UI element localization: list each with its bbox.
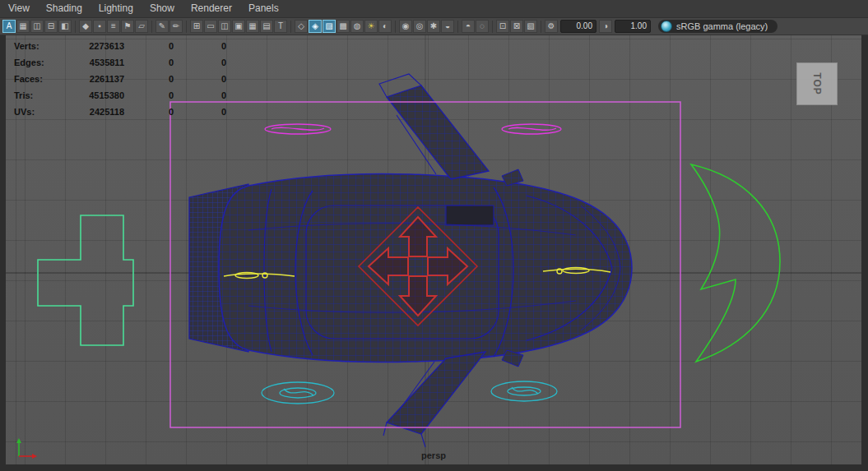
toolbar-separator — [541, 21, 541, 33]
toolbar-separator — [492, 21, 493, 33]
menu-show[interactable]: Show — [142, 0, 183, 17]
hud-value: 0 — [124, 104, 174, 120]
grease-pencil-icon[interactable]: ✎ — [155, 20, 169, 33]
ambient-occlusion-icon[interactable]: ◉ — [399, 20, 412, 33]
hud-label: Faces: — [14, 71, 62, 87]
panel-toolbar: A ▦ ◫ ⊟ ◧ ◆ ▪ ≡ ⚑ ▱ ✎ ✏ ⊞ ▭ ◫ ▣ ▦ ▤ T ◇ … — [0, 18, 868, 35]
scribble-curve-right[interactable] — [502, 124, 561, 134]
maya-viewport-panel: View Shading Lighting Show Renderer Pane… — [0, 0, 868, 471]
camera-select-icon[interactable]: ◆ — [79, 20, 92, 33]
car-mesh[interactable] — [189, 169, 632, 367]
menu-lighting[interactable]: Lighting — [91, 0, 142, 17]
open-door-top[interactable] — [379, 74, 489, 179]
toolbar-separator — [395, 21, 396, 33]
toolbar-separator — [457, 21, 458, 33]
view-axis-label: TOP — [811, 72, 823, 95]
panel-menubar: View Shading Lighting Show Renderer Pane… — [0, 0, 868, 18]
bookmark-icon[interactable]: ⚑ — [121, 20, 134, 33]
hud-value: 2273613 — [62, 38, 124, 54]
duplicate-view-icon[interactable]: ⊠ — [510, 20, 523, 33]
view-axis-top-box[interactable]: TOP — [796, 62, 838, 105]
scribble-curve-left[interactable] — [265, 124, 331, 134]
color-management-icon — [661, 21, 672, 32]
hud-label: UVs: — [14, 104, 62, 120]
hud-poly-count: Verts: 2273613 0 0 Edges: 4535811 0 0 Fa… — [14, 38, 226, 120]
hud-value: 0 — [124, 54, 174, 71]
viewport-border: Verts: 2273613 0 0 Edges: 4535811 0 0 Fa… — [0, 35, 868, 471]
motion-blur-icon[interactable]: ◎ — [413, 20, 426, 33]
hud-value: 2261137 — [62, 71, 124, 87]
hud-value: 4515380 — [62, 87, 124, 104]
hud-value: 4535811 — [62, 54, 124, 71]
grid-toggle-icon[interactable]: ⊞ — [190, 20, 203, 33]
open-door-bottom[interactable] — [383, 352, 485, 447]
checker-material-icon[interactable]: ▩ — [337, 20, 350, 33]
safe-action-icon[interactable]: ▤ — [260, 20, 273, 33]
film-gate-icon[interactable]: ▭ — [204, 20, 217, 33]
wheel-curve-left[interactable] — [262, 382, 334, 404]
smooth-shade-icon[interactable]: ◈ — [309, 20, 322, 33]
origin-axis-icon — [11, 435, 40, 459]
hud-label: Tris: — [14, 87, 62, 104]
colorspace-label: sRGB gamma (legacy) — [676, 21, 768, 31]
panel-split-horizontal-icon[interactable]: ⊟ — [44, 20, 58, 33]
hud-label: Verts: — [14, 38, 62, 54]
depth-of-field-icon[interactable]: ◒ — [441, 20, 454, 33]
crescent-curve[interactable] — [691, 164, 780, 362]
hud-value: 0 — [174, 104, 226, 120]
toolbar-separator — [151, 21, 152, 33]
gate-mask-icon[interactable]: ▣ — [232, 20, 245, 33]
hud-value: 0 — [174, 87, 226, 104]
hud-value: 0 — [124, 71, 174, 87]
toolbar-separator — [186, 21, 187, 33]
marker-icon[interactable]: ✏ — [169, 20, 183, 33]
xray-joints-icon[interactable]: ◌ — [476, 20, 489, 33]
isolate-select-icon[interactable]: ⊡ — [496, 20, 509, 33]
hud-value: 0 — [174, 38, 226, 54]
letter-a-icon[interactable]: A — [2, 20, 16, 33]
hud-value: 0 — [174, 54, 226, 71]
menu-shading[interactable]: Shading — [38, 0, 91, 17]
snapshot-icon[interactable]: ▧ — [524, 20, 537, 33]
multisample-icon[interactable]: ✱ — [427, 20, 440, 33]
panel-pane-icon[interactable]: ◧ — [58, 20, 72, 33]
default-material-icon[interactable]: ◍ — [350, 20, 364, 33]
hud-value: 0 — [124, 38, 174, 54]
hud-value: 2425118 — [62, 104, 124, 120]
wheel-curve-right[interactable] — [491, 381, 557, 401]
hud-value: 0 — [174, 71, 226, 87]
exposure-icon[interactable]: ⚙ — [545, 20, 558, 33]
resolution-gate-icon[interactable]: ◫ — [218, 20, 231, 33]
hud-value: 0 — [124, 87, 174, 104]
camera-name-label: persp — [421, 450, 446, 460]
colorspace-selector[interactable]: sRGB gamma (legacy) — [658, 20, 777, 33]
menu-panels[interactable]: Panels — [240, 0, 287, 17]
exposure-field[interactable]: 0.00 — [560, 20, 596, 33]
toolbar-separator — [290, 21, 291, 33]
safe-title-icon[interactable]: T — [274, 20, 287, 33]
gamma-field[interactable]: 1.00 — [615, 20, 651, 33]
panel-split-vertical-icon[interactable]: ◫ — [30, 20, 44, 33]
wireframe-mode-icon[interactable]: ◇ — [295, 20, 308, 33]
image-plane-icon[interactable]: ▱ — [135, 20, 148, 33]
hud-label: Edges: — [14, 54, 62, 71]
field-chart-icon[interactable]: ▦ — [246, 20, 259, 33]
toolbar-separator — [75, 21, 76, 33]
panel-layout-icon[interactable]: ▦ — [16, 20, 30, 33]
xray-icon[interactable]: ◓ — [462, 20, 475, 33]
use-all-lights-icon[interactable]: ☀ — [364, 20, 378, 33]
menu-renderer[interactable]: Renderer — [183, 0, 240, 17]
camera-lock-icon[interactable]: ▪ — [93, 20, 106, 33]
menu-view[interactable]: View — [0, 0, 38, 17]
cross-curve[interactable] — [38, 215, 133, 345]
gamma-icon[interactable]: ◑ — [599, 20, 612, 33]
viewport[interactable]: Verts: 2273613 0 0 Edges: 4535811 0 0 Fa… — [6, 35, 861, 464]
camera-attributes-icon[interactable]: ≡ — [107, 20, 120, 33]
textured-mode-icon[interactable]: ▨ — [323, 20, 336, 33]
shadows-icon[interactable]: ◐ — [378, 20, 392, 33]
